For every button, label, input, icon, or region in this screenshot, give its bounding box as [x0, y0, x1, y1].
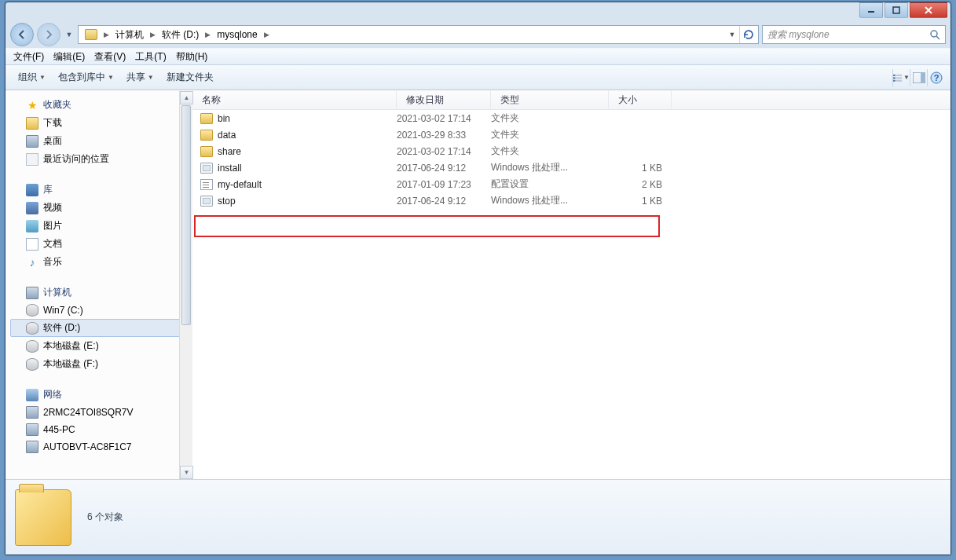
file-name: share — [218, 146, 241, 157]
folder-icon — [26, 117, 38, 130]
file-type: 配置设置 — [491, 178, 609, 191]
recent-icon — [26, 153, 38, 166]
file-type: 文件夹 — [491, 112, 609, 125]
sidebar-item-net3[interactable]: AUTOBVT-AC8F1C7 — [10, 438, 192, 456]
file-row[interactable]: share2021-03-02 17:14文件夹 — [192, 143, 951, 159]
breadcrumb-folder[interactable]: mysqlone — [212, 29, 262, 40]
file-row[interactable]: bin2021-03-02 17:14文件夹 — [192, 110, 951, 126]
computer-icon — [26, 287, 38, 299]
sidebar: ★收藏夹 下载 桌面 最近访问的位置 库 视频 图片 文档 ♪音乐 计算机 Wi… — [5, 91, 192, 479]
minimize-button[interactable] — [859, 2, 883, 18]
svg-point-4 — [931, 31, 937, 37]
menu-view[interactable]: 查看(V) — [90, 49, 130, 65]
file-name: my-default — [218, 179, 262, 190]
sidebar-item-net2[interactable]: 445-PC — [10, 421, 192, 438]
scroll-down-button[interactable]: ▼ — [180, 466, 193, 479]
file-list: 名称 修改日期 类型 大小 bin2021-03-02 17:14文件夹data… — [192, 91, 951, 479]
sidebar-item-downloads[interactable]: 下载 — [10, 114, 192, 132]
sidebar-item-win7[interactable]: Win7 (C:) — [10, 302, 192, 319]
picture-icon — [26, 220, 38, 232]
organize-button[interactable]: 组织▼ — [12, 68, 52, 87]
col-type[interactable]: 类型 — [491, 90, 609, 110]
ini-file-icon — [200, 179, 213, 190]
svg-rect-1 — [893, 7, 899, 13]
file-date: 2021-03-02 17:14 — [397, 146, 491, 157]
svg-rect-6 — [893, 74, 896, 75]
file-row[interactable]: install2017-06-24 9:12Windows 批处理...1 KB — [192, 159, 951, 176]
sidebar-item-desktop[interactable]: 桌面 — [10, 132, 192, 150]
file-type: 文件夹 — [491, 145, 609, 158]
status-text: 6 个对象 — [87, 511, 123, 524]
file-row[interactable]: my-default2017-01-09 17:23配置设置2 KB — [192, 176, 951, 192]
breadcrumb-root[interactable]: 计算机 — [111, 28, 148, 42]
search-input[interactable]: 搜索 mysqlone — [762, 25, 946, 44]
sidebar-item-soft[interactable]: 软件 (D:) — [10, 319, 192, 337]
sidebar-computer[interactable]: 计算机 — [10, 284, 192, 302]
sidebar-favorites[interactable]: ★收藏夹 — [10, 96, 192, 114]
menu-tools[interactable]: 工具(T) — [130, 49, 170, 65]
svg-rect-7 — [896, 74, 902, 75]
view-mode-button[interactable]: ▼ — [892, 69, 910, 86]
refresh-button[interactable] — [739, 26, 756, 43]
file-date: 2017-06-24 9:12 — [397, 163, 491, 174]
file-row[interactable]: stop2017-06-24 9:12Windows 批处理...1 KB — [192, 192, 951, 209]
library-icon — [26, 184, 38, 196]
include-in-library-button[interactable]: 包含到库中▼ — [52, 68, 120, 87]
col-date[interactable]: 修改日期 — [397, 90, 491, 110]
maximize-button[interactable] — [885, 2, 908, 18]
forward-button[interactable] — [37, 23, 60, 46]
column-headers: 名称 修改日期 类型 大小 — [192, 91, 951, 110]
file-name: data — [218, 130, 236, 141]
col-size[interactable]: 大小 — [609, 90, 672, 110]
history-dropdown[interactable]: ▼ — [64, 23, 75, 46]
scroll-up-button[interactable]: ▲ — [180, 91, 193, 104]
col-name[interactable]: 名称 — [192, 90, 397, 110]
new-folder-button[interactable]: 新建文件夹 — [160, 68, 220, 87]
sidebar-library[interactable]: 库 — [10, 181, 192, 199]
disk-icon — [26, 304, 38, 317]
computer-icon — [26, 423, 38, 436]
sidebar-item-recent[interactable]: 最近访问的位置 — [10, 150, 192, 168]
sidebar-scrollbar[interactable]: ▲ ▼ — [179, 91, 192, 479]
help-button[interactable]: ? — [927, 69, 944, 86]
svg-rect-10 — [893, 79, 896, 81]
address-bar[interactable]: ▶ 计算机 ▶ 软件 (D:) ▶ mysqlone ▶ ▼ — [78, 25, 759, 44]
file-type: 文件夹 — [491, 128, 609, 141]
address-dropdown[interactable]: ▼ — [725, 31, 739, 38]
share-button[interactable]: 共享▼ — [120, 68, 160, 87]
close-button[interactable] — [910, 2, 947, 18]
batch-file-icon — [200, 196, 213, 207]
sidebar-item-local-f[interactable]: 本地磁盘 (F:) — [10, 355, 192, 373]
sidebar-network[interactable]: 网络 — [10, 386, 192, 404]
search-placeholder: 搜索 mysqlone — [767, 28, 830, 42]
search-icon — [929, 29, 940, 40]
body: ★收藏夹 下载 桌面 最近访问的位置 库 视频 图片 文档 ♪音乐 计算机 Wi… — [5, 90, 951, 479]
disk-icon — [26, 358, 38, 371]
sidebar-item-net1[interactable]: 2RMC24TOI8SQR7V — [10, 404, 192, 421]
status-bar: 6 个对象 — [5, 479, 951, 555]
sidebar-item-music[interactable]: ♪音乐 — [10, 253, 192, 271]
menu-edit[interactable]: 编辑(E) — [49, 49, 90, 65]
sidebar-item-pictures[interactable]: 图片 — [10, 217, 192, 235]
scroll-thumb[interactable] — [181, 105, 191, 325]
menu-file[interactable]: 文件(F) — [9, 49, 49, 65]
file-size: 2 KB — [609, 179, 672, 190]
file-name: install — [218, 163, 242, 174]
svg-rect-13 — [921, 72, 925, 83]
menu-help[interactable]: 帮助(H) — [171, 49, 213, 65]
document-icon — [26, 238, 38, 251]
titlebar — [5, 2, 951, 21]
sidebar-item-documents[interactable]: 文档 — [10, 235, 192, 253]
sidebar-item-local-e[interactable]: 本地磁盘 (E:) — [10, 337, 192, 355]
explorer-window: ▼ ▶ 计算机 ▶ 软件 (D:) ▶ mysqlone ▶ ▼ 搜索 mysq… — [5, 2, 951, 555]
file-date: 2017-06-24 9:12 — [397, 196, 491, 207]
sidebar-item-videos[interactable]: 视频 — [10, 199, 192, 217]
annotation-highlight — [194, 215, 660, 237]
breadcrumb-drive[interactable]: 软件 (D:) — [157, 28, 203, 42]
preview-pane-button[interactable] — [910, 69, 927, 86]
computer-icon — [26, 406, 38, 419]
file-row[interactable]: data2021-03-29 8:33文件夹 — [192, 126, 951, 143]
back-button[interactable] — [10, 23, 34, 46]
svg-text:?: ? — [933, 73, 939, 82]
file-name: stop — [218, 196, 236, 207]
